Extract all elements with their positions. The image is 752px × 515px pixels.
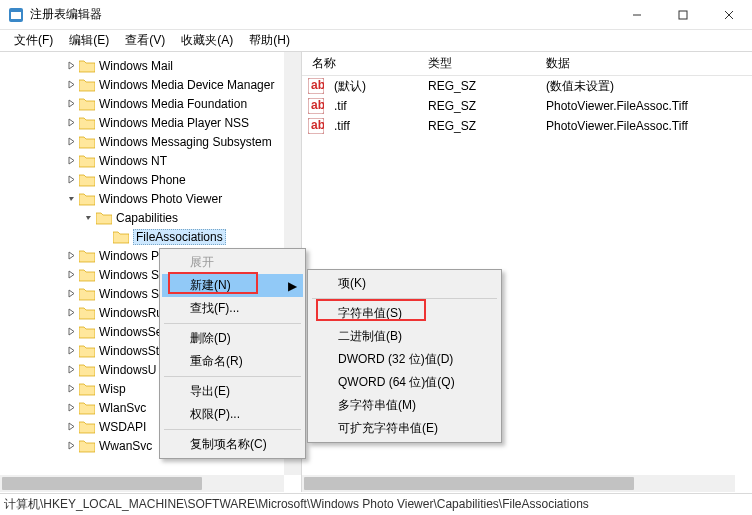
chevron-right-icon[interactable] — [63, 289, 79, 298]
ctx2-binary[interactable]: 二进制值(B) — [310, 325, 499, 348]
folder-icon — [79, 268, 95, 282]
chevron-right-icon[interactable] — [63, 384, 79, 393]
tree-item[interactable]: Windows Media Player NSS — [0, 113, 301, 132]
ctx-delete[interactable]: 删除(D) — [162, 327, 303, 350]
ctx-new-label: 新建(N) — [190, 277, 231, 294]
chevron-right-icon[interactable] — [63, 346, 79, 355]
chevron-right-icon[interactable] — [63, 327, 79, 336]
ctx-copyname[interactable]: 复制项名称(C) — [162, 433, 303, 456]
col-name[interactable]: 名称 — [302, 55, 418, 72]
tree-item-label: WlanSvc — [99, 401, 146, 415]
chevron-right-icon[interactable] — [63, 99, 79, 108]
tree-item-label: Windows Photo Viewer — [99, 192, 222, 206]
tree-item-label: Windows Mail — [99, 59, 173, 73]
tree-item[interactable]: Windows Mail — [0, 56, 301, 75]
list-header[interactable]: 名称 类型 数据 — [302, 52, 752, 76]
folder-icon — [79, 344, 95, 358]
folder-icon — [79, 420, 95, 434]
tree-item-label: Windows Media Foundation — [99, 97, 247, 111]
tree-item[interactable]: Capabilities — [0, 208, 301, 227]
status-bar: 计算机\HKEY_LOCAL_MACHINE\SOFTWARE\Microsof… — [0, 493, 752, 515]
list-row[interactable]: .tiffREG_SZPhotoViewer.FileAssoc.Tiff — [302, 116, 752, 136]
tree-item-label: Capabilities — [116, 211, 178, 225]
string-value-icon — [308, 118, 324, 134]
ctx-sep — [312, 298, 497, 299]
list-hscrollbar[interactable] — [302, 475, 735, 492]
close-button[interactable] — [706, 0, 752, 30]
ctx-rename[interactable]: 重命名(R) — [162, 350, 303, 373]
folder-icon — [79, 59, 95, 73]
app-icon — [8, 7, 24, 23]
menu-view[interactable]: 查看(V) — [117, 30, 173, 51]
tree-item[interactable]: Windows Media Foundation — [0, 94, 301, 113]
svg-rect-4 — [679, 11, 687, 19]
menu-fav[interactable]: 收藏夹(A) — [173, 30, 241, 51]
title-bar: 注册表编辑器 — [0, 0, 752, 30]
menu-edit[interactable]: 编辑(E) — [61, 30, 117, 51]
ctx2-expand[interactable]: 可扩充字符串值(E) — [310, 417, 499, 440]
ctx2-string[interactable]: 字符串值(S) — [310, 302, 499, 325]
menu-file[interactable]: 文件(F) — [6, 30, 61, 51]
cell-data: (数值未设置) — [536, 78, 752, 95]
tree-item-label: FileAssociations — [133, 229, 226, 245]
tree-item-label: Windows S — [99, 268, 159, 282]
tree-item-label: Windows NT — [99, 154, 167, 168]
chevron-right-icon[interactable] — [63, 118, 79, 127]
list-row[interactable]: (默认)REG_SZ(数值未设置) — [302, 76, 752, 96]
tree-item-label: Windows Messaging Subsystem — [99, 135, 272, 149]
tree-item-label: Windows S — [99, 287, 159, 301]
submenu-arrow-icon: ▶ — [288, 279, 297, 293]
tree-hscrollbar[interactable] — [0, 475, 284, 492]
chevron-right-icon[interactable] — [63, 137, 79, 146]
tree-item[interactable]: Windows Phone — [0, 170, 301, 189]
chevron-right-icon[interactable] — [63, 441, 79, 450]
context-menu[interactable]: 展开 新建(N) ▶ 查找(F)... 删除(D) 重命名(R) 导出(E) 权… — [159, 248, 306, 459]
chevron-down-icon[interactable] — [63, 194, 79, 203]
status-path: 计算机\HKEY_LOCAL_MACHINE\SOFTWARE\Microsof… — [4, 496, 589, 513]
ctx2-qword[interactable]: QWORD (64 位)值(Q) — [310, 371, 499, 394]
chevron-right-icon[interactable] — [63, 403, 79, 412]
chevron-right-icon[interactable] — [63, 270, 79, 279]
chevron-right-icon[interactable] — [63, 156, 79, 165]
menu-help[interactable]: 帮助(H) — [241, 30, 298, 51]
ctx-export[interactable]: 导出(E) — [162, 380, 303, 403]
ctx-find[interactable]: 查找(F)... — [162, 297, 303, 320]
ctx2-key[interactable]: 项(K) — [310, 272, 499, 295]
folder-icon — [79, 363, 95, 377]
ctx2-multi[interactable]: 多字符串值(M) — [310, 394, 499, 417]
list-row[interactable]: .tifREG_SZPhotoViewer.FileAssoc.Tiff — [302, 96, 752, 116]
chevron-down-icon[interactable] — [80, 213, 96, 222]
folder-icon — [113, 230, 129, 244]
chevron-right-icon[interactable] — [63, 308, 79, 317]
chevron-right-icon[interactable] — [63, 365, 79, 374]
tree-item[interactable]: FileAssociations — [0, 227, 301, 246]
folder-icon — [79, 116, 95, 130]
maximize-button[interactable] — [660, 0, 706, 30]
tree-item[interactable]: Windows NT — [0, 151, 301, 170]
string-value-icon — [308, 78, 324, 94]
list-body[interactable]: (默认)REG_SZ(数值未设置).tifREG_SZPhotoViewer.F… — [302, 76, 752, 136]
folder-icon — [79, 97, 95, 111]
chevron-right-icon[interactable] — [63, 175, 79, 184]
ctx2-dword[interactable]: DWORD (32 位)值(D) — [310, 348, 499, 371]
chevron-right-icon[interactable] — [63, 422, 79, 431]
tree-item-label: Windows P — [99, 249, 159, 263]
minimize-button[interactable] — [614, 0, 660, 30]
col-type[interactable]: 类型 — [418, 55, 536, 72]
chevron-right-icon[interactable] — [63, 251, 79, 260]
window-title: 注册表编辑器 — [30, 6, 614, 23]
ctx-new[interactable]: 新建(N) ▶ — [162, 274, 303, 297]
string-value-icon — [308, 98, 324, 114]
tree-item[interactable]: Windows Media Device Manager — [0, 75, 301, 94]
chevron-right-icon[interactable] — [63, 61, 79, 70]
tree-item[interactable]: Windows Photo Viewer — [0, 189, 301, 208]
folder-icon — [79, 154, 95, 168]
context-submenu-new[interactable]: 项(K) 字符串值(S) 二进制值(B) DWORD (32 位)值(D) QW… — [307, 269, 502, 443]
col-data[interactable]: 数据 — [536, 55, 752, 72]
ctx-perm[interactable]: 权限(P)... — [162, 403, 303, 426]
chevron-right-icon[interactable] — [63, 80, 79, 89]
tree-item-label: WSDAPI — [99, 420, 146, 434]
folder-icon — [79, 135, 95, 149]
folder-icon — [79, 401, 95, 415]
tree-item[interactable]: Windows Messaging Subsystem — [0, 132, 301, 151]
